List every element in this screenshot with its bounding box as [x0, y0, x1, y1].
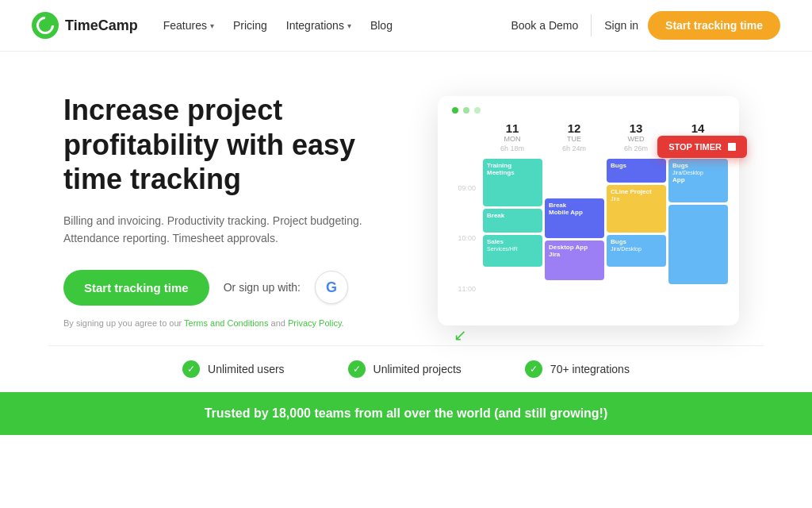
wednesday-col: Bugs CLine ProjectJira BugsJira/Desktop	[607, 156, 666, 314]
chevron-down-icon-2: ▾	[347, 21, 351, 30]
hero-visual: 11 MON 6h 18m 12 TUE 6h 24m 13 WED 6h 26…	[412, 96, 764, 325]
check-icon-1: ✓	[348, 360, 366, 378]
feature-label-2: 70+ integrations	[550, 363, 630, 375]
terms-text: By signing up you agree to our Terms and…	[63, 318, 381, 328]
feature-item-0: ✓ Unlimited users	[182, 360, 284, 378]
dot-2	[463, 107, 469, 114]
privacy-link[interactable]: Privacy Policy	[288, 318, 342, 328]
event-break-mon: Break	[483, 209, 542, 233]
feature-item-1: ✓ Unlimited projects	[348, 360, 462, 378]
thursday-col: BugsJira/DesktopApp	[668, 156, 728, 314]
tuesday-col: BreakMobile App Desktop AppJira	[545, 156, 604, 314]
footer-banner-text: Trusted by 18,000 teams from all over th…	[205, 406, 608, 420]
or-signup-text: Or sign up with:	[224, 281, 301, 294]
nav-integrations[interactable]: Integrations ▾	[286, 19, 351, 32]
calendar-dots	[449, 107, 728, 114]
logo-icon	[32, 12, 59, 39]
hero-title: Increase project profitability with easy…	[63, 93, 381, 196]
nav-left: TimeCamp Features ▾ Pricing Integrations…	[32, 12, 393, 39]
event-desktop-jira: Desktop AppJira	[545, 241, 604, 280]
stop-timer-badge: STOP TIMER	[657, 136, 747, 158]
cal-col-11: 11 MON 6h 18m	[482, 121, 542, 152]
nav-links: Features ▾ Pricing Integrations ▾ Blog	[163, 19, 393, 32]
dot-3	[474, 107, 481, 114]
nav-blog[interactable]: Blog	[370, 19, 393, 32]
hero-content: Increase project profitability with easy…	[63, 93, 381, 327]
calendar-mockup: 11 MON 6h 18m 12 TUE 6h 24m 13 WED 6h 26…	[438, 96, 739, 325]
stop-icon	[728, 143, 736, 151]
book-demo-button[interactable]: Book a Demo	[511, 19, 578, 32]
event-cline: CLine ProjectJira	[607, 185, 666, 233]
event-break-tue: BreakMobile App	[545, 198, 604, 238]
footer-banner: Trusted by 18,000 teams from all over th…	[0, 392, 812, 435]
feature-item-2: ✓ 70+ integrations	[525, 360, 630, 378]
nav-divider	[591, 14, 592, 37]
cal-col-12: 12 TUE 6h 24m	[544, 121, 604, 152]
hero-subtitle: Billing and invoicing. Productivity trac…	[63, 212, 381, 248]
event-block-thu	[668, 205, 728, 284]
navbar: TimeCamp Features ▾ Pricing Integrations…	[0, 0, 812, 52]
features-bar: ✓ Unlimited users ✓ Unlimited projects ✓…	[48, 345, 764, 392]
event-training: TrainingMeetings	[483, 159, 542, 206]
nav-cta-button[interactable]: Start tracking time	[648, 11, 780, 40]
sign-in-button[interactable]: Sign in	[604, 19, 638, 32]
hero-actions: Start tracking time Or sign up with: G	[63, 270, 381, 306]
brand-name: TimeCamp	[65, 17, 138, 34]
monday-col: TrainingMeetings Break SalesServices/HR	[483, 156, 542, 314]
check-icon-2: ✓	[525, 360, 542, 378]
hero-section: Increase project profitability with easy…	[0, 52, 812, 345]
logo[interactable]: TimeCamp	[32, 12, 138, 39]
start-tracking-button[interactable]: Start tracking time	[63, 270, 209, 306]
stop-timer-label: STOP TIMER	[668, 142, 722, 152]
check-icon-0: ✓	[182, 360, 200, 378]
event-sales: SalesServices/HR	[483, 235, 542, 267]
nav-pricing[interactable]: Pricing	[233, 19, 267, 32]
chevron-down-icon: ▾	[210, 21, 214, 30]
nav-features[interactable]: Features ▾	[163, 19, 214, 32]
nav-right: Book a Demo Sign in Start tracking time	[511, 11, 780, 40]
event-bugs-wed2: BugsJira/Desktop	[607, 235, 666, 267]
time-column: 09:00 10:00 11:00	[449, 156, 481, 314]
feature-label-1: Unlimited projects	[373, 363, 462, 375]
dot-1	[452, 107, 458, 114]
feature-label-0: Unlimited users	[208, 363, 284, 375]
calendar-arrow: ↙	[454, 325, 467, 344]
google-signup-button[interactable]: G	[315, 271, 348, 304]
calendar-body: 09:00 10:00 11:00 TrainingMeetings Break…	[449, 156, 728, 314]
event-bugs-wed: Bugs	[607, 159, 666, 183]
terms-link[interactable]: Terms and Conditions	[184, 318, 268, 328]
event-bugs-thu: BugsJira/DesktopApp	[668, 159, 728, 202]
